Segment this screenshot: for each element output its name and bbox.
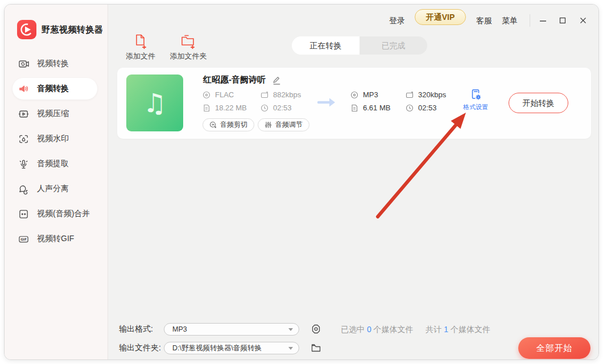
output-format-label: 输出格式: [119, 324, 153, 334]
disc-icon [350, 91, 358, 99]
output-duration: 02:53 [406, 104, 437, 112]
sidebar-item-label: 音频提取 [37, 159, 69, 169]
sidebar-item-video-convert[interactable]: 视频转换 [5, 51, 108, 76]
audio-extract-icon [18, 159, 29, 169]
sidebar-item-label: 视频转GIF [37, 234, 74, 244]
app-logo-icon [17, 20, 36, 39]
tab-completed[interactable]: 已完成 [360, 36, 427, 55]
vocal-separate-icon [18, 184, 29, 195]
format-settings-button[interactable]: 格式设置 [461, 88, 490, 111]
source-duration: 02:53 [261, 104, 292, 112]
status-tabs: 正在转换 已完成 [292, 36, 427, 55]
video-compress-icon [18, 109, 29, 119]
file-title: 红昭愿-音阙诗听 [203, 75, 266, 85]
disc-icon [203, 91, 210, 99]
app-window: 野葱视频转换器 视频转换 [4, 4, 599, 360]
output-folder-label: 输出文件夹: [119, 343, 161, 353]
sidebar-item-label: 音频转换 [37, 84, 69, 94]
format-settings-label: 格式设置 [461, 103, 490, 111]
audio-cut-tag[interactable]: 音频剪切 [203, 118, 254, 131]
selected-unit: 个媒体文件 [374, 325, 414, 334]
add-file-button[interactable]: 添加文件 [117, 33, 164, 61]
sidebar: 野葱视频转换器 视频转换 [5, 5, 108, 359]
output-bitrate: 320kbps [406, 90, 446, 99]
vip-button[interactable]: 开通VIP [415, 9, 466, 25]
app-title: 野葱视频转换器 [42, 24, 104, 35]
main-area: 登录 开通VIP 客服 菜单 [108, 5, 599, 360]
total-count: 1 [444, 325, 448, 334]
add-file-icon [117, 33, 164, 49]
output-format-value: MP3 [172, 325, 288, 333]
format-settings-icon [461, 88, 490, 101]
sidebar-item-video-watermark[interactable]: 视频水印 [5, 126, 108, 151]
output-size: 6.61 MB [350, 104, 390, 112]
add-folder-icon [164, 33, 212, 49]
sidebar-nav: 视频转换 音频转换 [5, 51, 108, 251]
source-bitrate: 882kbps [261, 90, 301, 99]
music-note-icon: ♫ [143, 88, 166, 118]
sidebar-item-label: 视频水印 [37, 134, 69, 144]
start-all-button[interactable]: 全部开始 [518, 337, 590, 359]
output-folder-value: D:\野葱视频转换器\音频转换 [172, 344, 288, 353]
titlebar-divider [530, 14, 530, 27]
audio-adjust-icon [265, 121, 272, 129]
total-unit: 个媒体文件 [451, 325, 490, 334]
add-folder-button[interactable]: 添加文件夹 [164, 33, 212, 61]
sidebar-item-audio-extract[interactable]: 音频提取 [5, 151, 108, 176]
maximize-icon[interactable] [555, 14, 570, 27]
add-folder-label: 添加文件夹 [164, 51, 212, 61]
minimize-icon[interactable] [535, 14, 550, 27]
audio-cut-label: 音频剪切 [220, 120, 247, 130]
video-watermark-icon [18, 134, 29, 144]
output-format-select[interactable]: MP3 [164, 323, 299, 336]
output-folder-select[interactable]: D:\野葱视频转换器\音频转换 [164, 342, 299, 354]
format-gear-icon[interactable] [311, 324, 321, 334]
edit-title-icon[interactable] [272, 76, 282, 85]
file-size-icon [350, 104, 358, 112]
total-label: 共计 [426, 325, 441, 334]
svg-text:GIF: GIF [20, 238, 27, 241]
sidebar-item-video-compress[interactable]: 视频压缩 [5, 101, 108, 126]
sidebar-item-vocal-separate[interactable]: 人声分离 [5, 176, 108, 201]
audio-adjust-tag[interactable]: 音频调节 [258, 118, 309, 131]
sidebar-item-label: 视频压缩 [37, 109, 69, 119]
app-root: 野葱视频转换器 视频转换 [0, 0, 603, 364]
titlebar: 登录 开通VIP 客服 菜单 [108, 5, 599, 36]
login-button[interactable]: 登录 [389, 13, 405, 28]
bitrate-icon [261, 91, 269, 99]
audio-adjust-label: 音频调节 [275, 120, 303, 130]
chevron-down-icon [288, 347, 293, 350]
sidebar-item-media-merge[interactable]: 视频(音频)合并 [5, 201, 108, 226]
customer-service-button[interactable]: 客服 [476, 13, 492, 28]
output-format: MP3 [350, 90, 378, 99]
file-counts: 已选中 0 个媒体文件 共计 1 个媒体文件 [341, 325, 490, 335]
add-file-label: 添加文件 [117, 51, 164, 61]
sidebar-item-label: 人声分离 [37, 184, 69, 194]
sidebar-item-label: 视频(音频)合并 [37, 209, 90, 219]
file-size-icon [203, 104, 210, 112]
video-to-gif-icon: GIF [18, 234, 29, 245]
sidebar-item-label: 视频转换 [37, 59, 69, 69]
source-format: FLAC [203, 90, 234, 99]
start-convert-button[interactable]: 开始转换 [509, 93, 568, 113]
source-size: 18.22 MB [203, 104, 247, 112]
file-row: ♫ 红昭愿-音阙诗听 FLAC [117, 68, 591, 139]
clock-icon [406, 104, 414, 112]
menu-button[interactable]: 菜单 [502, 13, 518, 28]
sidebar-item-video-to-gif[interactable]: GIF 视频转GIF [5, 226, 108, 251]
audio-convert-icon [18, 84, 29, 94]
selected-label: 已选中 [341, 325, 365, 334]
open-folder-icon[interactable] [311, 342, 321, 353]
audio-cut-icon [209, 121, 217, 129]
bitrate-icon [406, 91, 414, 99]
convert-arrow-icon [317, 96, 337, 109]
app-logo-row: 野葱视频转换器 [17, 20, 104, 39]
audio-thumbnail: ♫ [126, 75, 183, 131]
tab-converting[interactable]: 正在转换 [292, 36, 360, 55]
close-icon[interactable] [576, 14, 590, 27]
selected-count: 0 [367, 325, 371, 334]
video-convert-icon [18, 59, 29, 69]
media-merge-icon [18, 209, 29, 220]
chevron-down-icon [288, 328, 293, 331]
sidebar-item-audio-convert[interactable]: 音频转换 [5, 76, 108, 101]
